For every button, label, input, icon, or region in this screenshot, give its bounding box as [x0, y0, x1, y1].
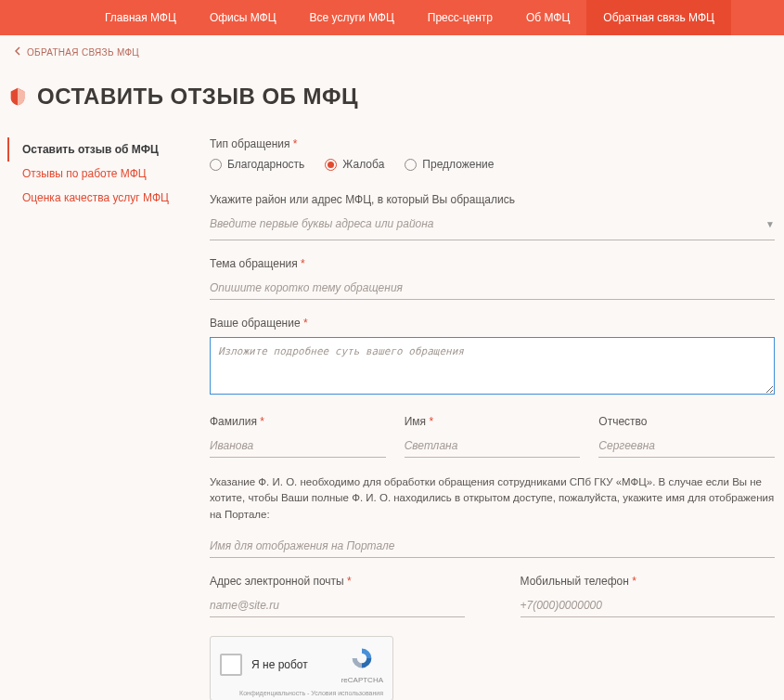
phone-label: Мобильный телефон * [521, 575, 776, 588]
display-name-input[interactable] [210, 536, 775, 558]
firstname-label: Имя * [405, 415, 581, 428]
phone-input[interactable] [521, 595, 776, 617]
radio-suggestion[interactable]: Предложение [405, 158, 494, 171]
district-input[interactable] [210, 214, 765, 235]
district-select[interactable]: ▼ [210, 214, 775, 240]
radio-thanks-label: Благодарность [227, 158, 304, 171]
type-radio-group: Благодарность Жалоба Предложение [210, 158, 775, 171]
nav-item-main[interactable]: Главная МФЦ [88, 0, 193, 35]
email-label: Адрес электронной почты * [210, 575, 465, 588]
radio-thanks[interactable]: Благодарность [210, 158, 304, 171]
breadcrumb[interactable]: ОБРАТНАЯ СВЯЗЬ МФЦ [0, 35, 784, 58]
top-nav: Главная МФЦ Офисы МФЦ Все услуги МФЦ Пре… [0, 0, 784, 35]
nav-item-offices[interactable]: Офисы МФЦ [193, 0, 293, 35]
radio-complaint-label: Жалоба [342, 158, 384, 171]
patronymic-input[interactable] [598, 435, 775, 458]
lastname-label: Фамилия * [210, 415, 386, 428]
sidebar: Оставить отзыв об МФЦ Отзывы по работе М… [7, 137, 200, 210]
type-label: Тип обращения * [210, 137, 775, 150]
patronymic-label: Отчество [598, 415, 775, 428]
breadcrumb-label: ОБРАТНАЯ СВЯЗЬ МФЦ [27, 47, 139, 58]
chevron-down-icon: ▼ [765, 219, 775, 229]
recaptcha-widget: Я не робот reCAPTCHA Конфиденциальность … [210, 636, 393, 700]
radio-complaint[interactable]: Жалоба [325, 158, 384, 171]
recaptcha-terms[interactable]: Конфиденциальность - Условия использован… [220, 690, 383, 696]
email-input[interactable] [210, 595, 465, 617]
radio-suggestion-label: Предложение [422, 158, 494, 171]
recaptcha-brand: reCAPTCHA [341, 676, 383, 684]
logo-icon [7, 86, 28, 107]
back-arrow-icon [15, 46, 21, 58]
message-label: Ваше обращение * [210, 317, 775, 330]
nav-item-press[interactable]: Пресс-центр [411, 0, 509, 35]
sidebar-item-leave-review[interactable]: Оставить отзыв об МФЦ [7, 137, 200, 162]
sidebar-item-reviews[interactable]: Отзывы по работе МФЦ [7, 162, 200, 186]
subject-input[interactable] [210, 278, 775, 300]
sidebar-item-quality[interactable]: Оценка качества услуг МФЦ [7, 186, 200, 210]
district-label: Укажите район или адрес МФЦ, в который В… [210, 193, 775, 206]
lastname-input[interactable] [210, 435, 386, 458]
nav-item-feedback[interactable]: Обратная связь МФЦ [586, 0, 731, 35]
form-main: Тип обращения * Благодарность Жалоба Пре… [200, 137, 784, 700]
message-textarea[interactable] [210, 337, 775, 395]
recaptcha-checkbox[interactable] [220, 654, 242, 676]
recaptcha-logo-icon: reCAPTCHA [341, 646, 383, 684]
nav-item-services[interactable]: Все услуги МФЦ [293, 0, 411, 35]
firstname-input[interactable] [405, 435, 581, 458]
page-title: ОСТАВИТЬ ОТЗЫВ ОБ МФЦ [37, 84, 358, 110]
title-row: ОСТАВИТЬ ОТЗЫВ ОБ МФЦ [0, 58, 784, 137]
nav-item-about[interactable]: Об МФЦ [509, 0, 586, 35]
subject-label: Тема обращения * [210, 257, 775, 270]
recaptcha-label: Я не робот [251, 658, 308, 671]
fio-hint: Указание Ф. И. О. необходимо для обработ… [210, 474, 775, 523]
